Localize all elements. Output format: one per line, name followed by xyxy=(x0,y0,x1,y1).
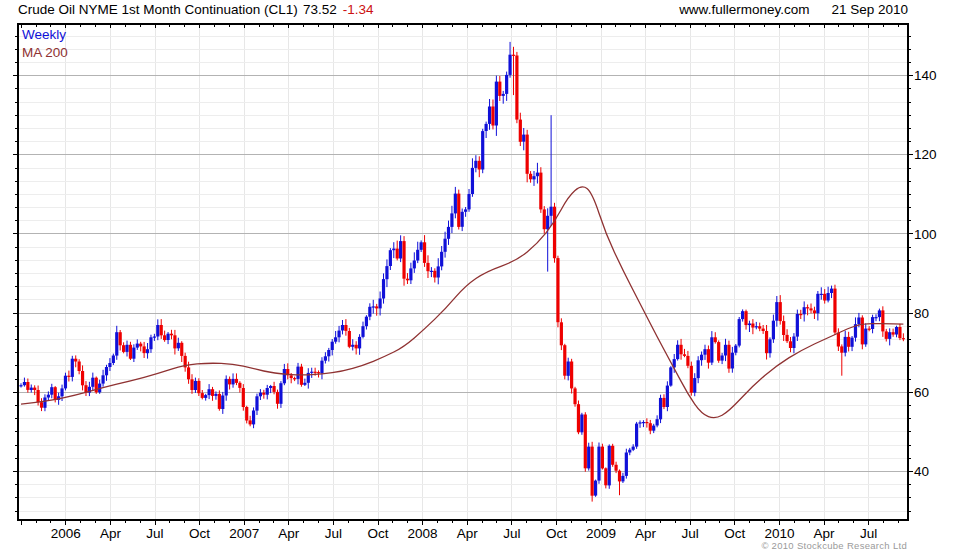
x-axis-labels: 2006AprJulOct2007AprJulOct2008AprJulOct2… xyxy=(51,526,877,541)
date-text: 21 Sep 2010 xyxy=(831,2,908,17)
x-axis-label: 2008 xyxy=(408,526,438,541)
y-axis-label: 120 xyxy=(914,147,937,162)
x-axis-label: 2009 xyxy=(586,526,616,541)
x-axis-label: Apr xyxy=(100,526,122,541)
gridlines xyxy=(18,24,908,520)
x-axis-label: Jul xyxy=(503,526,520,541)
x-axis-label: Oct xyxy=(189,526,210,541)
titlebar: Crude Oil NYME 1st Month Continuation (C… xyxy=(18,2,373,17)
y-axis-labels: 406080100120140 xyxy=(914,68,937,479)
copyright-text: © 2010 Stockcube Research Ltd xyxy=(761,540,907,551)
x-axis-label: Oct xyxy=(724,526,745,541)
last-price: 73.52 xyxy=(303,2,337,17)
y-axis-label: 60 xyxy=(914,385,929,400)
y-axis-label: 140 xyxy=(914,68,937,83)
x-axis-label: 2010 xyxy=(764,526,794,541)
price-chart: 4060801001201402006AprJulOct2007AprJulOc… xyxy=(0,0,980,560)
x-axis-label: Jul xyxy=(682,526,699,541)
x-axis-label: Jul xyxy=(860,526,877,541)
x-axis-label: Jul xyxy=(146,526,163,541)
x-axis-label: 2006 xyxy=(51,526,81,541)
y-axis-label: 80 xyxy=(914,306,929,321)
x-axis-label: 2007 xyxy=(229,526,259,541)
chart-title: Crude Oil NYME 1st Month Continuation (C… xyxy=(18,2,298,17)
x-axis-label: Jul xyxy=(325,526,342,541)
y-axis-label: 40 xyxy=(914,464,929,479)
x-axis-label: Apr xyxy=(457,526,479,541)
legend-weekly-label: Weekly xyxy=(22,26,68,44)
x-axis-label: Apr xyxy=(813,526,835,541)
website-text: www.fullermoney.com xyxy=(679,2,809,17)
x-axis-label: Apr xyxy=(635,526,657,541)
axis-ticks xyxy=(13,24,913,525)
price-change: -1.34 xyxy=(343,2,374,17)
y-axis-label: 100 xyxy=(914,227,937,242)
chart-svg: 4060801001201402006AprJulOct2007AprJulOc… xyxy=(0,0,980,560)
chart-page: 4060801001201402006AprJulOct2007AprJulOc… xyxy=(0,0,980,560)
candles xyxy=(19,42,905,502)
x-axis-label: Oct xyxy=(367,526,388,541)
chart-legend: Weekly MA 200 xyxy=(22,26,68,62)
titlebar-right: www.fullermoney.com21 Sep 2010 xyxy=(657,2,908,17)
x-axis-label: Apr xyxy=(278,526,300,541)
legend-ma200-label: MA 200 xyxy=(22,44,68,62)
x-axis-label: Oct xyxy=(546,526,567,541)
